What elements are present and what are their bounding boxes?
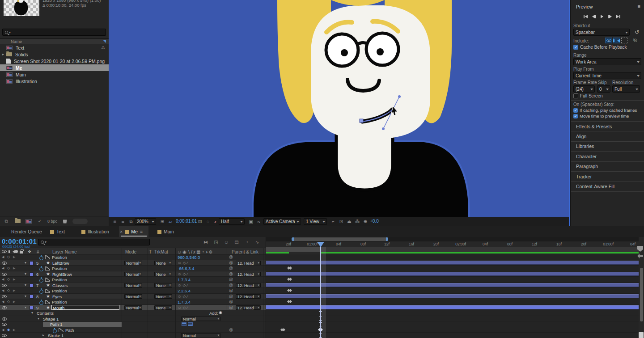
timeline-jump-icon[interactable]: ⏏ <box>346 218 353 225</box>
shape-group-label[interactable]: Stroke 1 <box>48 333 64 338</box>
parent-select[interactable]: 12. Head▾ <box>236 261 261 266</box>
trkmat-select[interactable]: None▾ <box>154 283 172 288</box>
layer-switches[interactable]: ☺◇∕ <box>178 283 189 287</box>
timeline-track-area[interactable]: 20f01:00f04f08f12f16f20f02:00f04f08f12f1… <box>266 237 644 338</box>
navigator-handle-right[interactable] <box>386 237 388 241</box>
expander[interactable]: ▸ <box>0 52 6 56</box>
number-column-header[interactable]: # <box>37 249 39 254</box>
layer-name-column-header[interactable]: Layer Name <box>52 249 76 254</box>
pickwhip-icon[interactable]: @ <box>229 255 233 259</box>
ruler-label[interactable]: 08f <box>357 242 369 246</box>
pickwhip-icon[interactable]: @ <box>229 261 233 265</box>
dash-toggle-icons[interactable] <box>182 322 193 326</box>
label-color-swatch[interactable] <box>30 306 34 310</box>
range-select[interactable]: Work Area▾ <box>573 58 641 65</box>
expander-icon[interactable]: ▾ <box>38 317 39 321</box>
pickwhip-icon[interactable]: @ <box>229 288 233 293</box>
graph-icon[interactable] <box>45 266 50 270</box>
resolution-select[interactable]: Half▾ <box>219 218 245 225</box>
ruler-label[interactable]: 16f <box>553 242 565 246</box>
keyframe-pair-icon[interactable] <box>281 329 285 331</box>
next-keyframe-icon[interactable]: ▶ <box>13 266 15 270</box>
view-layout-select[interactable]: 1 View▾ <box>304 218 327 225</box>
keyframe-pair-icon[interactable] <box>288 289 292 292</box>
ruler-label[interactable]: 01:00f <box>306 242 318 246</box>
stop-option-checkbox-0[interactable]: ✓If caching, play cached frames <box>573 108 637 113</box>
graph-icon[interactable] <box>45 278 50 282</box>
share-view-icon[interactable]: ⌐ <box>330 218 337 225</box>
mode-select[interactable]: Normal▾ <box>124 294 142 299</box>
expander-icon[interactable]: ▾ <box>25 294 26 298</box>
panel-menu-icon[interactable]: ≡ <box>638 4 640 9</box>
color-depth-label[interactable]: 8 bpc <box>47 219 57 224</box>
path-vertex-square[interactable] <box>360 119 363 123</box>
ruler-label[interactable]: 12f <box>528 242 541 246</box>
t-column-header[interactable]: T <box>149 249 152 254</box>
layer-name[interactable]: LeftBrow <box>52 261 69 266</box>
previous-keyframe-icon[interactable]: ◀ <box>2 289 4 292</box>
resolution-preview-select[interactable]: Full▾ <box>612 85 640 93</box>
mode-column-header[interactable]: Mode <box>125 249 136 254</box>
previous-keyframe-icon[interactable]: ◀ <box>2 278 4 281</box>
ruler-label[interactable]: 08f <box>504 242 516 246</box>
bezier-handle-end-top[interactable] <box>398 95 401 98</box>
color-depth-icon[interactable]: ✓ <box>36 218 43 224</box>
pickwhip-icon[interactable]: @ <box>229 300 233 304</box>
label-color-swatch[interactable] <box>30 272 34 276</box>
keyframe-toggle-icon[interactable]: ◆ <box>7 328 10 332</box>
camera-select[interactable]: Active Camera▾ <box>263 218 301 225</box>
first-frame-button[interactable] <box>584 13 588 20</box>
tab-me[interactable]: ×Me≡ <box>120 226 143 237</box>
navigator-handle-left[interactable] <box>292 237 294 241</box>
label-color-swatch[interactable] <box>30 283 34 287</box>
flowchart-icon[interactable]: ⁂ <box>354 218 361 225</box>
layer-name[interactable]: RightBrow <box>52 272 72 277</box>
keyframe-toggle-icon[interactable]: ◇ <box>7 255 10 259</box>
mode-select[interactable]: Normal▾ <box>124 272 142 277</box>
property-value[interactable]: 2.2,6.4 <box>178 288 191 293</box>
full-screen-checkbox[interactable]: Full Screen <box>573 93 603 98</box>
stop-option-checkbox-1[interactable]: ✓Move time to preview time <box>573 114 629 118</box>
include-overlays-icon[interactable] <box>621 38 627 43</box>
viewer-timecode[interactable]: 0:00:01:01 <box>176 219 197 224</box>
panel-tab-tracker[interactable]: Tracker <box>571 171 644 181</box>
hide-shy-layers-icon[interactable]: ☺ <box>223 239 230 245</box>
audio-column-icon[interactable] <box>9 249 15 254</box>
expander-icon[interactable]: ▾ <box>25 272 26 276</box>
play-button[interactable] <box>601 13 603 20</box>
graph-icon[interactable] <box>59 328 64 332</box>
graph-icon[interactable] <box>45 255 50 259</box>
work-area-bar-right[interactable] <box>321 247 639 252</box>
panel-tab-effects-presets[interactable]: Effects & Presets <box>571 121 644 131</box>
next-keyframe-icon[interactable]: ▶ <box>13 289 15 292</box>
ruler-label[interactable]: 20f <box>577 242 590 246</box>
keyframe-pair-icon[interactable] <box>288 278 292 280</box>
mode-select[interactable]: Normal▾ <box>124 261 142 266</box>
property-value[interactable]: 960.0,540.0 <box>178 255 200 260</box>
expander-icon[interactable]: ▾ <box>25 261 26 265</box>
next-keyframe-icon[interactable]: ▶ <box>13 300 15 304</box>
resize-grip[interactable] <box>639 332 644 338</box>
graph-icon[interactable] <box>45 300 50 304</box>
video-eye-icon[interactable] <box>2 317 7 321</box>
expander-icon[interactable]: ▾ <box>31 311 33 315</box>
previous-keyframe-icon[interactable]: ◀ <box>2 328 4 332</box>
next-keyframe-icon[interactable]: ▶ <box>13 328 15 332</box>
footage-thumbnail[interactable] <box>4 0 39 16</box>
frame-rate-select[interactable]: (24)▾ <box>573 85 595 93</box>
pickwhip-icon[interactable]: @ <box>229 283 233 287</box>
shape-group-label[interactable]: Path 1 <box>50 322 62 327</box>
layer-switches[interactable]: ☺◇∕ <box>178 294 189 299</box>
keyframe-pair-icon[interactable] <box>288 267 292 269</box>
pixel-aspect-icon[interactable]: ⊡ <box>338 218 345 225</box>
trkmat-select[interactable]: None▾ <box>154 294 172 299</box>
composition-canvas[interactable] <box>109 0 569 217</box>
adjust-exposure-icon[interactable]: ✺ <box>362 218 369 225</box>
ruler-icon[interactable]: ⊞ <box>159 218 166 225</box>
cache-before-playback-checkbox[interactable]: ✓Cache Before Playback <box>573 45 627 50</box>
video-eye-icon[interactable] <box>2 323 7 326</box>
next-frame-button[interactable] <box>608 13 612 20</box>
next-keyframe-icon[interactable]: ▶ <box>13 255 15 259</box>
draft-3d-icon[interactable]: ◳ <box>212 239 220 245</box>
snapshot-layers-icon[interactable]: ⧈ <box>111 218 119 225</box>
